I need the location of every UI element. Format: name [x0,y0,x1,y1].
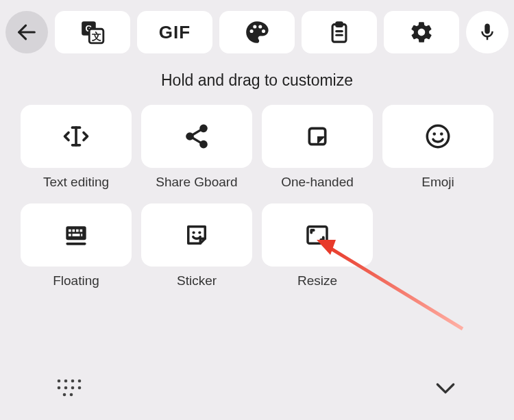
clipboard-button[interactable] [302,11,377,53]
svg-point-6 [253,25,256,29]
gear-icon [409,20,434,45]
svg-point-22 [440,132,443,136]
bottom-bar [0,358,514,420]
back-button[interactable] [5,11,48,53]
translate-button[interactable]: G 文 [55,11,130,53]
theme-button[interactable] [219,11,295,53]
svg-point-43 [63,393,66,397]
share-icon [183,123,210,150]
svg-rect-10 [336,23,343,27]
collapse-button[interactable] [432,374,459,404]
customize-grid: Text editing Share Gboard One-handed [0,105,514,293]
chevron-down-icon [432,374,459,402]
svg-point-35 [58,380,61,383]
emoji-icon [424,122,452,151]
emoji-label: Emoji [421,175,454,190]
svg-point-7 [258,25,262,29]
one-handed-tile[interactable]: One-handed [262,105,373,194]
floating-label: Floating [53,273,99,288]
svg-point-32 [193,231,195,234]
mic-icon [477,22,498,42]
grid-dots-icon [55,377,85,399]
settings-button[interactable] [384,11,459,53]
svg-rect-31 [66,243,86,245]
svg-rect-29 [73,234,80,236]
svg-rect-26 [76,230,79,232]
svg-point-42 [78,386,82,390]
svg-rect-28 [69,234,71,236]
text-editing-icon [61,121,91,151]
svg-point-44 [70,393,73,397]
svg-rect-24 [69,230,71,232]
svg-point-8 [262,29,265,33]
arrow-left-icon [15,21,38,44]
palette-icon [244,19,270,45]
resize-tile[interactable]: Resize [262,203,373,293]
emoji-tile[interactable]: Emoji [382,105,493,194]
share-gboard-tile[interactable]: Share Gboard [141,105,252,194]
svg-point-38 [78,380,82,383]
resize-icon [303,221,332,249]
svg-point-39 [58,386,61,390]
svg-point-41 [71,386,75,390]
sticker-label: Sticker [177,273,217,288]
svg-rect-23 [66,226,86,240]
text-editing-label: Text editing [43,175,109,190]
svg-point-5 [250,29,254,33]
floating-tile[interactable]: Floating [21,203,132,293]
translate-icon: G 文 [79,19,106,45]
svg-point-36 [64,380,68,383]
one-handed-icon [304,123,331,150]
floating-keyboard-icon [61,220,91,250]
mic-button[interactable] [466,11,509,53]
gif-button[interactable]: GIF [137,11,212,53]
instruction-text: Hold and drag to customize [0,71,514,90]
one-handed-label: One-handed [281,175,354,190]
sticker-tile[interactable]: Sticker [141,203,252,293]
svg-point-20 [427,125,449,147]
svg-point-21 [432,132,436,136]
gif-icon: GIF [159,22,191,43]
keyboard-grip-button[interactable] [55,377,85,402]
svg-rect-27 [80,230,83,232]
svg-line-18 [193,138,201,143]
clipboard-icon [328,21,351,44]
svg-rect-25 [73,230,75,232]
resize-label: Resize [297,273,337,288]
svg-rect-30 [81,234,82,236]
toolbar: G 文 GIF [0,0,514,59]
svg-line-17 [193,129,201,135]
sticker-icon [182,221,211,249]
share-gboard-label: Share Gboard [156,175,237,190]
svg-text:文: 文 [91,31,101,42]
svg-point-40 [64,386,68,390]
svg-point-37 [71,380,75,383]
text-editing-tile[interactable]: Text editing [21,105,132,194]
svg-point-33 [198,231,201,234]
